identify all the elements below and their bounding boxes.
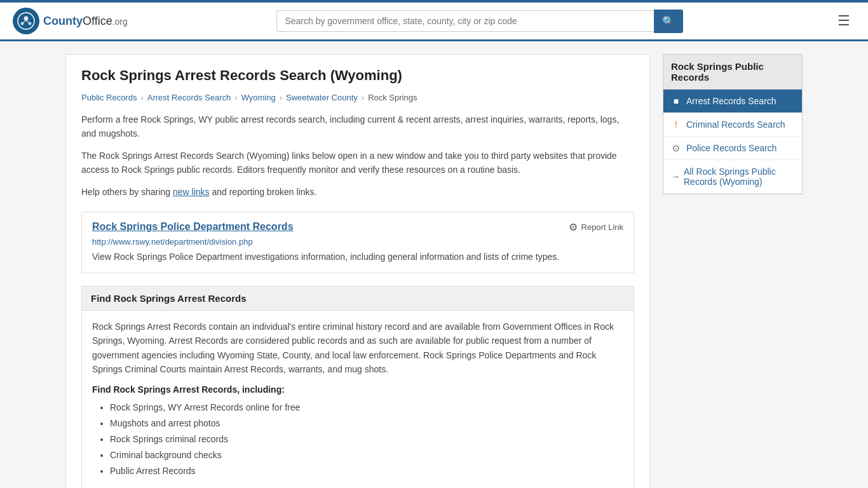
search-button[interactable]: 🔍 [654,10,683,33]
find-section-content: Rock Springs Arrest Records contain an i… [81,311,634,488]
record-title-link[interactable]: Rock Springs Police Department Records [92,221,294,233]
sidebar-item-criminal-records[interactable]: ! Criminal Records Search [663,113,802,137]
list-item: Mugshots and arrest photos [110,416,623,431]
hamburger-icon: ☰ [837,13,850,29]
search-input[interactable] [276,10,654,32]
report-link-button[interactable]: ⚙ Report Link [569,221,623,233]
bc-sep-1: › [140,93,143,102]
desc-para-3: Help others by sharing new links and rep… [81,185,634,199]
sidebar-item-police-records[interactable]: ⊙ Police Records Search [663,137,802,160]
record-description: View Rock Springs Police Department inve… [92,250,623,264]
svg-point-0 [18,13,34,29]
breadcrumb-wyoming[interactable]: Wyoming [241,93,276,102]
bc-sep-4: › [362,93,364,102]
logo-icon [13,8,39,34]
breadcrumb: Public Records › Arrest Records Search ›… [81,93,634,102]
search-bar: 🔍 [276,10,683,33]
menu-button[interactable]: ☰ [832,10,855,32]
page-title: Rock Springs Arrest Records Search (Wyom… [81,67,634,84]
logo-text: CountyOffice.org [43,15,128,28]
desc-para-2: The Rock Springs Arrest Records Search (… [81,149,634,177]
sidebar-nav: ■ Arrest Records Search ! Criminal Recor… [663,90,803,194]
content-area: Rock Springs Arrest Records Search (Wyom… [65,54,650,488]
list-item: Public Arrest Records [110,463,623,479]
find-section-para: Rock Springs Arrest Records contain an i… [92,320,623,377]
list-item: Rock Springs, WY Arrest Records online f… [110,400,623,416]
sidebar-title: Rock Springs Public Records [663,54,803,90]
breadcrumb-sweetwater[interactable]: Sweetwater County [286,93,358,102]
breadcrumb-arrest-records-search[interactable]: Arrest Records Search [147,93,231,102]
report-link-icon: ⚙ [569,221,578,233]
record-card-header: Rock Springs Police Department Records ⚙… [92,221,623,233]
find-section-title: Find Rock Springs Arrest Records [91,293,247,304]
svg-point-1 [24,17,29,21]
sidebar-item-all-records[interactable]: → All Rock Springs Public Records (Wyomi… [663,160,802,194]
new-links-link[interactable]: new links [173,187,210,197]
header: CountyOffice.org 🔍 ☰ [0,3,868,41]
sidebar-item-arrest-records[interactable]: ■ Arrest Records Search [663,90,802,113]
find-section-header: Find Rock Springs Arrest Records [81,286,634,311]
list-item: Criminal background checks [110,447,623,463]
record-url-link[interactable]: http://www.rswy.net/department/division.… [92,237,623,247]
logo-area[interactable]: CountyOffice.org [13,8,128,34]
find-section-list: Rock Springs, WY Arrest Records online f… [92,400,623,480]
sidebar-item-label: Arrest Records Search [686,96,776,106]
main-wrap: Rock Springs Arrest Records Search (Wyom… [53,41,815,488]
sidebar: Rock Springs Public Records ■ Arrest Rec… [663,54,803,488]
record-card: Rock Springs Police Department Records ⚙… [81,212,634,273]
search-icon: 🔍 [662,16,675,27]
sidebar-item-label: Police Records Search [686,143,776,153]
bc-sep-2: › [234,93,237,102]
bc-sep-3: › [280,93,282,102]
breadcrumb-public-records[interactable]: Public Records [81,93,137,102]
desc-para-1: Perform a free Rock Springs, WY public a… [81,112,634,141]
find-section-subtitle: Find Rock Springs Arrest Records, includ… [92,384,623,395]
breadcrumb-rock-springs: Rock Springs [368,93,417,102]
exclamation-icon: ! [671,119,681,130]
sidebar-item-label: All Rock Springs Public Records (Wyoming… [684,166,794,187]
circle-icon: ⊙ [671,143,681,153]
arrow-icon: → [671,172,680,182]
sidebar-item-label: Criminal Records Search [686,119,785,130]
list-item: Rock Springs criminal records [110,431,623,447]
square-icon: ■ [671,96,681,106]
